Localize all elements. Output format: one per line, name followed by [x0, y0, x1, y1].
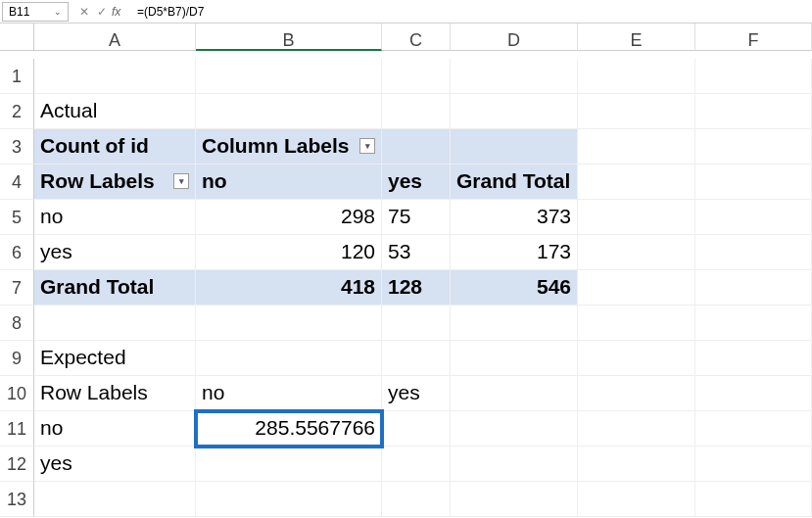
cell-B8[interactable] [196, 306, 382, 341]
cell-C8[interactable] [382, 306, 451, 341]
cell-E8[interactable] [578, 306, 695, 341]
row-header-5[interactable]: 5 [0, 200, 34, 235]
cell-A2[interactable]: Actual [34, 94, 196, 129]
cell-E7[interactable] [578, 270, 695, 306]
cell-D8[interactable] [451, 306, 578, 341]
select-all-corner[interactable] [0, 24, 34, 51]
row-labels-filter-icon[interactable]: ▾ [173, 173, 189, 189]
cell-B12[interactable] [196, 447, 382, 482]
cell-A12[interactable]: yes [34, 447, 196, 482]
cell-C10[interactable]: yes [382, 376, 451, 411]
cell-A8[interactable] [34, 306, 196, 341]
cell-D9[interactable] [451, 341, 578, 376]
cell-E2[interactable] [578, 94, 695, 129]
row-header-7[interactable]: 7 [0, 270, 34, 306]
cell-E1[interactable] [578, 59, 695, 94]
cell-C5[interactable]: 75 [382, 200, 451, 235]
cell-F6[interactable] [695, 235, 812, 270]
cell-D10[interactable] [451, 376, 578, 411]
cell-C4[interactable]: yes [382, 165, 451, 200]
cell-A9[interactable]: Expected [34, 341, 196, 376]
cell-D1[interactable] [451, 59, 578, 94]
cell-B13[interactable] [196, 482, 382, 517]
col-header-F[interactable]: F [695, 24, 812, 51]
confirm-icon[interactable]: ✓ [94, 5, 110, 19]
cell-B10[interactable]: no [196, 376, 382, 411]
cell-E6[interactable] [578, 235, 695, 270]
cell-E3[interactable] [578, 129, 695, 165]
col-header-A[interactable]: A [34, 24, 196, 51]
cell-E4[interactable] [578, 165, 695, 200]
cell-C1[interactable] [382, 59, 451, 94]
cell-D4[interactable]: Grand Total [451, 165, 578, 200]
row-header-4[interactable]: 4 [0, 165, 34, 200]
col-header-B[interactable]: B [196, 24, 382, 51]
cell-E13[interactable] [578, 482, 695, 517]
row-header-12[interactable]: 12 [0, 447, 34, 482]
cell-B4[interactable]: no [196, 165, 382, 200]
cell-C7[interactable]: 128 [382, 270, 451, 306]
cell-A13[interactable] [34, 482, 196, 517]
cell-B2[interactable] [196, 94, 382, 129]
cell-D2[interactable] [451, 94, 578, 129]
cell-E11[interactable] [578, 411, 695, 447]
cell-F13[interactable] [695, 482, 812, 517]
cell-F9[interactable] [695, 341, 812, 376]
name-box-chevron-icon[interactable]: ⌄ [54, 7, 62, 17]
cell-E10[interactable] [578, 376, 695, 411]
cancel-icon[interactable]: ✕ [76, 5, 92, 19]
cell-B3[interactable]: Column Labels ▾ [196, 129, 382, 165]
name-box[interactable]: B11 ⌄ [2, 2, 69, 22]
cell-C11[interactable] [382, 411, 451, 447]
cell-F8[interactable] [695, 306, 812, 341]
row-header-10[interactable]: 10 [0, 376, 34, 411]
formula-input[interactable]: =(D5*B7)/D7 [135, 5, 812, 19]
cell-F2[interactable] [695, 94, 812, 129]
cell-F7[interactable] [695, 270, 812, 306]
cell-A7[interactable]: Grand Total [34, 270, 196, 306]
row-header-8[interactable]: 8 [0, 306, 34, 341]
cell-F10[interactable] [695, 376, 812, 411]
cell-A10[interactable]: Row Labels [34, 376, 196, 411]
cell-F12[interactable] [695, 447, 812, 482]
cell-B7[interactable]: 418 [196, 270, 382, 306]
col-header-C[interactable]: C [382, 24, 451, 51]
cell-F5[interactable] [695, 200, 812, 235]
cell-D13[interactable] [451, 482, 578, 517]
cell-F11[interactable] [695, 411, 812, 447]
cell-B9[interactable] [196, 341, 382, 376]
row-header-9[interactable]: 9 [0, 341, 34, 376]
cell-A11[interactable]: no [34, 411, 196, 447]
row-header-1[interactable]: 1 [0, 59, 34, 94]
cell-D5[interactable]: 373 [451, 200, 578, 235]
cell-D6[interactable]: 173 [451, 235, 578, 270]
cell-B6[interactable]: 120 [196, 235, 382, 270]
cell-F4[interactable] [695, 165, 812, 200]
cell-A6[interactable]: yes [34, 235, 196, 270]
row-header-13[interactable]: 13 [0, 482, 34, 517]
row-header-6[interactable]: 6 [0, 235, 34, 270]
cell-C2[interactable] [382, 94, 451, 129]
row-header-2[interactable]: 2 [0, 94, 34, 129]
cell-F3[interactable] [695, 129, 812, 165]
cell-E9[interactable] [578, 341, 695, 376]
cell-B1[interactable] [196, 59, 382, 94]
cell-A5[interactable]: no [34, 200, 196, 235]
cell-C6[interactable]: 53 [382, 235, 451, 270]
cell-E5[interactable] [578, 200, 695, 235]
cell-D11[interactable] [451, 411, 578, 447]
cell-C9[interactable] [382, 341, 451, 376]
cell-C12[interactable] [382, 447, 451, 482]
row-header-3[interactable]: 3 [0, 129, 34, 165]
cell-E12[interactable] [578, 447, 695, 482]
cell-D12[interactable] [451, 447, 578, 482]
col-header-D[interactable]: D [451, 24, 578, 51]
cell-D7[interactable]: 546 [451, 270, 578, 306]
fx-label[interactable]: fx [112, 5, 127, 19]
cell-C3[interactable] [382, 129, 451, 165]
cell-A1[interactable] [34, 59, 196, 94]
cell-B5[interactable]: 298 [196, 200, 382, 235]
col-header-E[interactable]: E [578, 24, 695, 51]
cell-A3[interactable]: Count of id [34, 129, 196, 165]
row-header-11[interactable]: 11 [0, 411, 34, 447]
